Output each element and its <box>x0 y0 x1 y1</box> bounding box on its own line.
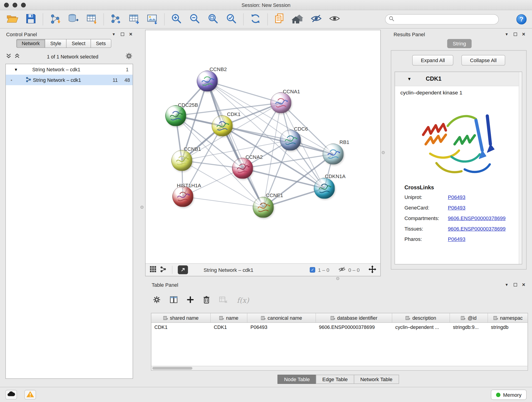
cloud-button[interactable] <box>6 390 17 400</box>
expand-all-button[interactable]: Expand All <box>412 55 453 65</box>
close-panel-icon[interactable]: × <box>522 282 525 288</box>
table-cell[interactable]: cyclin–dependent ... <box>392 323 450 332</box>
delete-column-icon[interactable] <box>203 296 210 305</box>
zoom-in-button[interactable] <box>169 12 184 27</box>
warnings-button[interactable] <box>25 390 36 400</box>
scrollbar-thumb[interactable] <box>152 367 192 370</box>
fit-content-crosshair-icon[interactable] <box>368 265 376 274</box>
crosslink-value-link[interactable]: P06493 <box>448 205 466 211</box>
table-cell[interactable]: CDK1 <box>211 323 247 332</box>
network-node-cdc6[interactable] <box>280 130 301 151</box>
help-button[interactable]: ? <box>516 14 526 24</box>
import-network-database-button[interactable] <box>65 12 81 27</box>
column-header-namespac[interactable]: namespac <box>488 313 528 322</box>
close-window-button[interactable] <box>4 3 9 7</box>
results-scrollbar[interactable] <box>519 72 522 264</box>
show-columns-icon[interactable] <box>170 296 177 305</box>
column-header-shared-name[interactable]: shared name <box>151 313 210 322</box>
save-session-button[interactable] <box>23 12 39 27</box>
export-table-button[interactable] <box>126 12 142 27</box>
float-panel-icon[interactable]: ▼ <box>505 32 508 36</box>
maximize-panel-icon[interactable] <box>121 32 124 36</box>
delete-table-icon-disabled[interactable] <box>219 296 228 305</box>
disclosure-triangle-icon[interactable]: ▼ <box>407 76 412 81</box>
left-splitter-handle[interactable] <box>140 206 143 209</box>
selected-checkbox-icon[interactable]: ✓ <box>310 267 315 273</box>
add-column-icon[interactable] <box>187 296 194 305</box>
table-cell[interactable]: 9606.ENSP00000378699 <box>316 323 392 332</box>
right-splitter-handle[interactable] <box>382 151 385 154</box>
hide-selected-button[interactable] <box>308 12 324 27</box>
maximize-panel-icon[interactable] <box>514 32 517 36</box>
column-header-canonical-name[interactable]: canonical name <box>247 313 316 322</box>
zoom-fit-button[interactable] <box>205 12 221 27</box>
float-panel-icon[interactable]: ▼ <box>505 283 508 287</box>
maximize-panel-icon[interactable] <box>514 283 517 287</box>
network-tree-root-row[interactable]: ▼ String Network – cdk1 1 <box>6 64 133 75</box>
network-node-ccnb1[interactable] <box>171 150 192 171</box>
column-header-database-identifier[interactable]: database identifier <box>316 313 392 322</box>
hidden-eye-slash-icon[interactable] <box>338 266 346 273</box>
open-in-new-window-button[interactable] <box>178 265 188 274</box>
zoom-selected-button[interactable] <box>224 12 239 27</box>
table-tab-edge-table[interactable]: Edge Table <box>316 375 354 384</box>
minimize-window-button[interactable] <box>13 3 17 7</box>
refresh-button[interactable] <box>248 12 263 27</box>
table-tab-node-table[interactable]: Node Table <box>278 375 316 384</box>
network-node-ccna2[interactable] <box>232 158 253 179</box>
network-tree-item-row[interactable]: ● String Network – cdk1 11 48 <box>6 75 133 85</box>
home-view-button[interactable] <box>290 12 306 27</box>
network-share-icon[interactable] <box>160 266 167 274</box>
network-node-cdkn1a[interactable] <box>314 178 335 199</box>
close-panel-icon[interactable]: × <box>522 32 525 37</box>
table-data-row[interactable]: CDK1CDK1P064939606.ENSP00000378699cyclin… <box>151 323 527 332</box>
control-tab-select[interactable]: Select <box>66 39 91 48</box>
crosslink-value-link[interactable]: 9606.ENSP00000378699 <box>448 215 506 221</box>
import-table-button[interactable] <box>84 12 99 27</box>
show-all-button[interactable] <box>327 12 342 27</box>
export-image-button[interactable] <box>145 12 160 27</box>
gear-icon[interactable] <box>153 296 161 305</box>
expand-all-tree-icon[interactable] <box>6 53 11 60</box>
open-session-button[interactable] <box>5 12 20 27</box>
import-network-file-button[interactable] <box>47 12 63 27</box>
zoom-out-button[interactable] <box>187 12 203 27</box>
table-cell[interactable]: stringdb <box>488 323 528 332</box>
network-node-ccnb2[interactable] <box>197 70 218 92</box>
network-node-cdk1[interactable] <box>212 115 233 136</box>
export-network-button[interactable] <box>108 12 123 27</box>
network-canvas[interactable]: CCNB2CCNA1CDC25BCDK1CDC6RB1CCNB1CCNA2CDK… <box>146 30 380 263</box>
control-tab-style[interactable]: Style <box>45 39 67 48</box>
search-input[interactable] <box>397 16 495 22</box>
close-panel-icon[interactable]: × <box>129 32 133 37</box>
copy-button[interactable] <box>272 12 287 27</box>
column-header-description[interactable]: description <box>392 313 450 322</box>
network-node-hist1h1a[interactable] <box>172 186 193 207</box>
tab-string[interactable]: String <box>447 39 471 48</box>
memory-button[interactable]: Memory <box>491 390 527 400</box>
collapse-all-button[interactable]: Collapse All <box>462 55 505 65</box>
network-node-ccne1[interactable] <box>253 197 274 218</box>
gear-icon[interactable] <box>126 53 133 61</box>
horizontal-scrollbar[interactable] <box>151 366 527 370</box>
disclosure-triangle-icon[interactable]: ▼ <box>14 67 18 72</box>
network-node-cdc25b[interactable] <box>165 105 186 126</box>
crosslink-value-link[interactable]: 9606.ENSP00000378699 <box>448 226 506 231</box>
table-tab-network-table[interactable]: Network Table <box>354 375 399 384</box>
table-cell[interactable]: stringdb:9... <box>450 323 488 332</box>
crosslink-value-link[interactable]: P06493 <box>448 236 466 242</box>
column-header-name[interactable]: name <box>211 313 247 322</box>
network-node-ccna1[interactable] <box>270 92 291 114</box>
crosslink-value-link[interactable]: P06493 <box>448 194 466 200</box>
control-tab-network[interactable]: Network <box>16 39 45 48</box>
horizontal-splitter-handle[interactable] <box>336 277 339 280</box>
float-panel-icon[interactable]: ▼ <box>112 32 115 36</box>
collapse-all-tree-icon[interactable] <box>15 53 20 60</box>
zoom-window-button[interactable] <box>21 3 26 7</box>
control-tab-sets[interactable]: Sets <box>90 39 111 48</box>
column-header--id[interactable]: @id <box>450 313 488 322</box>
table-cell[interactable]: P06493 <box>247 323 316 332</box>
table-cell[interactable]: CDK1 <box>151 323 210 332</box>
function-builder-icon[interactable]: f(x) <box>237 296 249 305</box>
network-node-rb1[interactable] <box>323 143 344 165</box>
